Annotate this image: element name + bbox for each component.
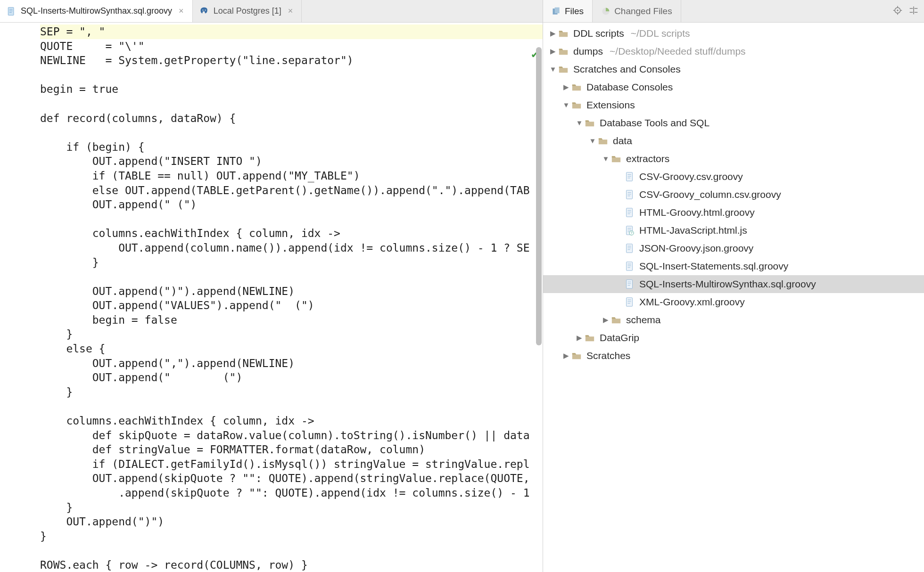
tree-folder[interactable]: ▶DataGrip [543,329,924,347]
code-line[interactable] [40,270,543,284]
chevron-down-icon[interactable]: ▼ [588,132,597,150]
tab-close-icon[interactable]: × [177,6,186,16]
folder-icon [570,350,583,362]
svg-point-5 [205,9,206,10]
chevron-right-icon[interactable]: ▶ [562,78,570,96]
tree-item-label: Scratches [586,347,630,365]
code-line[interactable] [40,543,543,558]
tree-folder[interactable]: ▶Scratches [543,347,924,365]
chevron-right-icon[interactable]: ▶ [562,347,570,365]
code-line[interactable]: begin = true [40,82,543,97]
tree-folder[interactable]: ▼Extensions [543,96,924,114]
svg-rect-7 [555,7,560,13]
tree-folder[interactable]: ▼data [543,132,924,150]
code-line[interactable]: OUT.append(column.name()).append(idx != … [40,241,543,255]
code-line[interactable]: def stringValue = FORMATTER.format(dataR… [40,442,543,457]
locate-icon[interactable] [893,6,902,17]
code-line[interactable]: columns.eachWithIndex { column, idx -> [40,226,543,241]
code-text[interactable]: SEP = ", "QUOTE = "\'"NEWLINE = System.g… [40,23,543,572]
vertical-scrollbar[interactable] [536,47,542,572]
code-line[interactable]: OUT.append(")") [40,515,543,529]
code-line[interactable]: } [40,385,543,400]
tab-close-icon[interactable]: × [286,6,295,16]
code-line[interactable]: def skipQuote = dataRow.value(column).to… [40,428,543,443]
chevron-right-icon[interactable]: ▶ [549,42,557,60]
code-line[interactable]: if (TABLE == null) OUT.append("MY_TABLE"… [40,169,543,183]
code-line[interactable]: QUOTE = "\'" [40,39,543,54]
code-line[interactable]: OUT.append("VALUES").append(" (") [40,298,543,313]
code-line[interactable]: ROWS.each { row -> record(COLUMNS, row) … [40,558,543,572]
code-line[interactable] [40,125,543,140]
tree-item-label: extractors [626,150,669,168]
tree-folder[interactable]: ▼extractors [543,150,924,168]
tree-file[interactable]: CSV-Groovy.csv.groovy [543,168,924,186]
chevron-right-icon[interactable]: ▶ [575,329,584,347]
code-line[interactable]: columns.eachWithIndex { column, idx -> [40,414,543,428]
tree-file[interactable]: HTML-Groovy.html.groovy [543,204,924,221]
tree-file[interactable]: ?HTML-JavaScript.html.js [543,221,924,239]
chevron-down-icon[interactable]: ▼ [575,114,584,132]
chevron-right-icon[interactable]: ▶ [549,25,557,42]
tab-files[interactable]: Files [543,0,593,22]
file-icon [7,7,16,16]
code-line[interactable]: OUT.append(" (") [40,370,543,385]
svg-rect-24 [627,190,633,199]
code-line[interactable] [40,68,543,82]
folder-icon [557,45,569,57]
tree-item-label: data [613,132,632,150]
tree-folder[interactable]: ▶Database Consoles [543,78,924,96]
tab-changed-files[interactable]: Changed Files [593,0,681,22]
code-line[interactable]: } [40,500,543,515]
tree-folder[interactable]: ▼Database Tools and SQL [543,114,924,132]
right-tab-label: Files [565,6,584,16]
code-line[interactable]: if (DIALECT.getFamilyId().isMysql()) str… [40,457,543,472]
tree-file[interactable]: XML-Groovy.xml.groovy [543,293,924,311]
chevron-down-icon[interactable]: ▼ [602,150,610,168]
code-line[interactable]: OUT.append(skipQuote ? "": QUOTE).append… [40,471,543,486]
code-line[interactable]: else OUT.append(TABLE.getParent().getNam… [40,183,543,198]
chevron-right-icon[interactable]: ▶ [602,311,610,329]
code-line[interactable]: OUT.append("INSERT INTO ") [40,154,543,169]
tree-file[interactable]: JSON-Groovy.json.groovy [543,239,924,257]
code-line[interactable]: def record(columns, dataRow) { [40,111,543,126]
code-line[interactable] [40,97,543,111]
code-line[interactable]: } [40,327,543,342]
code-line[interactable]: .append(skipQuote ? "": QUOTE).append(id… [40,486,543,500]
right-tabbar: FilesChanged Files [543,0,924,23]
chevron-down-icon[interactable]: ▼ [549,60,557,78]
code-line[interactable]: } [40,255,543,270]
code-line[interactable]: begin = false [40,313,543,327]
code-line[interactable]: OUT.append(")").append(NEWLINE) [40,284,543,299]
editor-area[interactable]: SEP = ", "QUOTE = "\'"NEWLINE = System.g… [0,23,543,572]
code-line[interactable]: if (begin) { [40,140,543,155]
code-line[interactable] [40,399,543,414]
tree-item-label: Extensions [586,96,635,114]
tree-file[interactable]: SQL-Insert-Statements.sql.groovy [543,257,924,275]
code-line[interactable]: OUT.append(",").append(NEWLINE) [40,356,543,371]
folder-icon [570,81,583,93]
tab-label: Local Postgres [1] [214,6,281,16]
tree-file[interactable]: CSV-Groovy_column.csv.groovy [543,186,924,204]
tree-item-hint: ~/DDL scripts [631,25,690,42]
editor-tab-0[interactable]: SQL-Inserts-MultirowSynthax.sql.groovy× [0,0,193,22]
tree-folder[interactable]: ▶DDL scripts~/DDL scripts [543,25,924,42]
scrollbar-thumb[interactable] [536,47,542,345]
tree-folder[interactable]: ▼Scratches and Consoles [543,60,924,78]
code-line[interactable]: else { [40,342,543,356]
tree-folder[interactable]: ▶schema [543,311,924,329]
tree-item-hint: ~/Desktop/Needed stuff/dumps [610,42,746,60]
code-line[interactable] [40,212,543,227]
tree-item-label: DDL scripts [573,25,624,42]
tree-folder[interactable]: ▶dumps~/Desktop/Needed stuff/dumps [543,42,924,60]
code-line[interactable]: SEP = ", " [40,25,543,39]
chevron-down-icon[interactable]: ▼ [562,96,570,114]
tree-file[interactable]: SQL-Inserts-MultirowSynthax.sql.groovy [543,275,924,293]
code-line[interactable]: } [40,529,543,544]
file-tree[interactable]: ▶DDL scripts~/DDL scripts▶dumps~/Desktop… [543,23,924,572]
code-line[interactable]: NEWLINE = System.getProperty("line.separ… [40,53,543,68]
tree-item-label: Database Consoles [586,78,673,96]
code-line[interactable]: OUT.append(" (") [40,197,543,212]
split-icon[interactable] [909,6,918,17]
editor-tab-1[interactable]: Local Postgres [1]× [193,0,302,22]
svg-rect-20 [627,172,633,181]
